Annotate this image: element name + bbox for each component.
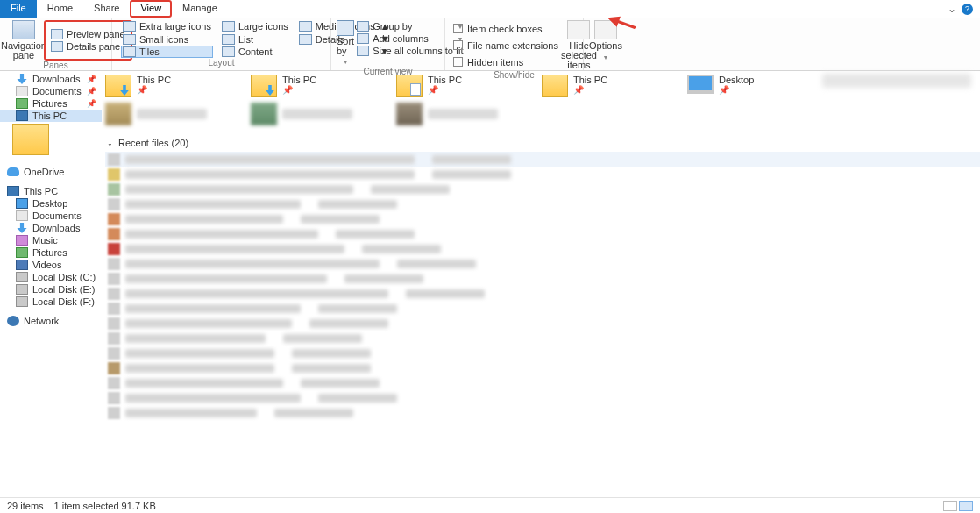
list-item[interactable] [105, 316, 980, 331]
sidebar-item-localf[interactable]: Local Disk (F:) [0, 296, 102, 308]
list-item[interactable] [105, 167, 980, 182]
sidebar-item-videos[interactable]: Videos [0, 259, 102, 271]
list-item[interactable] [105, 331, 980, 346]
list-item[interactable] [105, 301, 980, 316]
sidebar-item-onedrive[interactable]: OneDrive [0, 166, 102, 178]
list-item[interactable] [105, 152, 980, 167]
blurred-text [125, 394, 301, 403]
list-item[interactable] [105, 271, 980, 286]
folder-tile[interactable]: This PC📌 [105, 75, 235, 97]
folder-tile[interactable] [251, 103, 380, 125]
folder-tile[interactable] [396, 103, 526, 125]
options-button[interactable]: Options ▼ [589, 20, 622, 62]
desktop-icon [687, 75, 714, 94]
group-label-layout: Layout [117, 58, 325, 70]
file-icon [108, 228, 120, 240]
videos-icon [16, 260, 28, 270]
layout-content[interactable]: Content [220, 46, 290, 58]
sidebar-item-pictures2[interactable]: Pictures [0, 246, 102, 259]
file-icon [108, 168, 120, 181]
list-item[interactable] [105, 286, 980, 301]
blurred-thumb [105, 103, 131, 125]
help-icon[interactable]: ? [962, 4, 973, 15]
layout-small[interactable]: Small icons [121, 33, 213, 46]
sidebar-item-pictures[interactable]: Pictures📌 [0, 97, 102, 110]
blurred-text [137, 109, 207, 119]
blurred-text [125, 364, 274, 373]
file-icon [108, 392, 120, 404]
tab-file[interactable]: File [0, 0, 37, 18]
pc-icon [7, 186, 19, 196]
sidebar-item-thispc-root[interactable]: This PC [0, 185, 102, 197]
layout-large[interactable]: Large icons [220, 20, 290, 32]
sidebar-item-documents2[interactable]: Documents [0, 210, 102, 222]
tab-share[interactable]: Share [83, 0, 130, 18]
folder-icon [251, 75, 277, 97]
layout-list[interactable]: List [220, 33, 290, 46]
minimize-ribbon-icon[interactable]: ⌄ [948, 3, 956, 15]
sidebar-item-thispc[interactable]: This PC [0, 110, 102, 122]
sidebar-item-network[interactable]: Network [0, 315, 102, 327]
file-icon [108, 243, 120, 255]
layout-tiles[interactable]: Tiles [121, 46, 213, 58]
blurred-text [406, 289, 485, 298]
sidebar-item-locale[interactable]: Local Disk (E:) [0, 283, 102, 296]
file-icon [108, 317, 120, 330]
blurred-text [371, 185, 450, 194]
navigation-pane-button[interactable]: Navigation pane [5, 20, 42, 61]
blurred-thumb [396, 103, 423, 125]
list-item[interactable] [105, 256, 980, 271]
folder-tile[interactable]: This PC📌 [251, 75, 380, 97]
blurred-text [282, 109, 352, 119]
blurred-text [301, 379, 380, 388]
document-icon [16, 210, 28, 221]
tab-manage[interactable]: Manage [172, 0, 228, 18]
ribbon-tab-bar: File Home Share View Manage ⌄ ? [0, 0, 980, 18]
sort-by-button[interactable]: Sort by ▼ [337, 20, 354, 67]
list-item[interactable] [105, 346, 980, 360]
sidebar-item-downloads[interactable]: Downloads📌 [0, 73, 102, 85]
list-item[interactable] [105, 405, 980, 420]
list-item[interactable] [105, 241, 980, 256]
sidebar-item-music[interactable]: Music [0, 234, 102, 246]
folder-tile[interactable]: Desktop📌 [687, 75, 817, 97]
view-tiles-toggle[interactable] [959, 501, 973, 511]
sidebar-item-documents[interactable]: Documents📌 [0, 85, 102, 97]
status-bar: 29 items 1 item selected 91.7 KB [0, 497, 980, 513]
xl-icons-icon [123, 21, 136, 32]
sidebar-item-desktop[interactable]: Desktop [0, 197, 102, 210]
folder-tile[interactable] [105, 103, 235, 125]
view-details-toggle[interactable] [943, 501, 957, 511]
recent-files-list [105, 152, 980, 420]
list-item[interactable] [105, 390, 980, 405]
list-item[interactable] [105, 196, 980, 211]
navigation-pane-label: Navigation pane [1, 41, 46, 61]
list-item[interactable] [105, 375, 980, 390]
tiles-icon [123, 46, 136, 57]
tab-home[interactable]: Home [37, 0, 83, 18]
hidden-items-toggle[interactable]: Hidden items [451, 57, 561, 68]
folder-tile[interactable]: This PC📌 [542, 75, 671, 97]
tab-view[interactable]: View [130, 0, 172, 18]
layout-extra-large[interactable]: Extra large icons [121, 20, 213, 32]
sidebar-item-downloads2[interactable]: Downloads [0, 222, 102, 234]
blurred-text [432, 155, 511, 164]
list-item[interactable] [105, 182, 980, 196]
navigation-pane-icon [12, 20, 35, 39]
sidebar-item-localc[interactable]: Local Disk (C:) [0, 271, 102, 283]
pin-icon: 📌 [87, 87, 96, 96]
sidebar-folder-preview [12, 124, 49, 155]
file-extensions-toggle[interactable]: File name extensions [451, 40, 561, 51]
details-pane-icon [51, 41, 63, 52]
item-checkboxes-toggle[interactable]: Item check boxes [451, 24, 561, 34]
blurred-text [125, 155, 415, 164]
recent-files-header[interactable]: ⌄ Recent files (20) [107, 138, 980, 148]
list-item[interactable] [105, 211, 980, 226]
blurred-text [292, 349, 371, 358]
blurred-thumb [251, 103, 277, 125]
list-item[interactable] [105, 360, 980, 375]
pin-icon: 📌 [87, 99, 96, 108]
blurred-text [309, 319, 388, 328]
list-item[interactable] [105, 226, 980, 241]
document-icon [16, 86, 28, 96]
